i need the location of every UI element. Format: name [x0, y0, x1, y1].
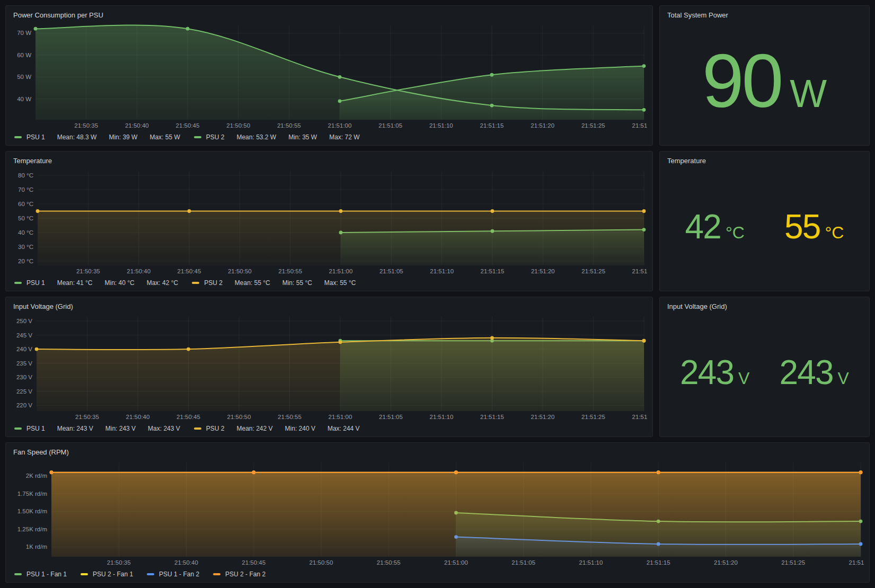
input-voltage-legend: PSU 1Mean: 243 VMin: 243 VMax: 243 VPSU … [11, 423, 647, 432]
legend-calc: Max: 55 W [149, 133, 180, 141]
input-voltage-stat: 243V243V [665, 312, 864, 432]
svg-text:21:51:20: 21:51:20 [531, 268, 555, 274]
legend-calc: Min: 39 W [109, 133, 137, 141]
svg-text:21:50:50: 21:50:50 [310, 559, 333, 566]
svg-text:21:50:35: 21:50:35 [76, 268, 100, 274]
svg-text:250 V: 250 V [16, 318, 32, 324]
legend-label: PSU 2 [206, 425, 225, 432]
svg-text:21:51:30: 21:51:30 [632, 414, 647, 420]
legend-calc: Mean: 48.3 W [57, 133, 97, 141]
legend-calc: Min: 240 V [285, 425, 315, 432]
stat-unit: V [738, 370, 749, 387]
svg-text:21:50:50: 21:50:50 [228, 268, 252, 274]
legend-label: PSU 1 - Fan 1 [26, 571, 67, 578]
stat: 42°C [685, 210, 745, 244]
svg-text:21:50:40: 21:50:40 [126, 414, 150, 420]
legend-calc: Mean: 41 °C [57, 279, 93, 287]
stat: 243V [680, 355, 749, 389]
legend-swatch [194, 136, 201, 138]
legend-swatch [14, 136, 22, 138]
svg-text:21:50:50: 21:50:50 [226, 122, 250, 129]
svg-text:225 V: 225 V [16, 388, 32, 395]
svg-text:21:50:40: 21:50:40 [174, 559, 198, 566]
legend-swatch [194, 427, 201, 430]
total-system-power-stat: 90W [665, 21, 864, 141]
panel-temperature-stat: Temperature 42°C55°C [659, 151, 870, 291]
svg-text:21:50:55: 21:50:55 [377, 559, 401, 566]
svg-text:220 V: 220 V [16, 402, 32, 408]
panel-title-power-consumption[interactable]: Power Consumption per PSU [11, 9, 647, 21]
legend-item-psu-1-fan-1[interactable]: PSU 1 - Fan 1 [14, 571, 67, 578]
svg-text:21:50:55: 21:50:55 [278, 414, 302, 420]
legend-calc: Mean: 55 °C [235, 279, 270, 287]
panel-fan-speed: Fan Speed (RPM) 1K rd/m1.25K rd/m1.50K r… [5, 442, 870, 583]
svg-text:60 °C: 60 °C [18, 201, 33, 207]
svg-text:1.50K rd/m: 1.50K rd/m [17, 508, 47, 514]
svg-text:21:50:40: 21:50:40 [127, 268, 151, 274]
svg-text:30 °C: 30 °C [18, 244, 33, 250]
panel-title-input-voltage-stat[interactable]: Input Voltage (Grid) [665, 300, 864, 312]
legend-item-psu-2[interactable]: PSU 2Mean: 55 °CMin: 55 °CMax: 55 °C [192, 279, 356, 287]
power-consumption-chart[interactable]: 40 W50 W60 W70 W21:50:3521:50:4021:50:45… [11, 21, 647, 131]
svg-text:21:50:45: 21:50:45 [176, 414, 200, 420]
panel-title-input-voltage[interactable]: Input Voltage (Grid) [11, 300, 647, 312]
svg-text:21:50:55: 21:50:55 [278, 268, 302, 274]
legend-calc: Max: 72 W [329, 133, 359, 141]
legend-item-psu-2[interactable]: PSU 2Mean: 242 VMin: 240 VMax: 244 V [194, 425, 360, 432]
svg-text:21:51:00: 21:51:00 [329, 268, 353, 274]
stat-unit: °C [825, 224, 844, 241]
svg-text:21:51:05: 21:51:05 [378, 122, 402, 129]
svg-text:21:51:10: 21:51:10 [429, 122, 453, 129]
stat: 243V [780, 355, 849, 389]
svg-text:21:51:10: 21:51:10 [579, 559, 603, 566]
panel-input-voltage-stat: Input Voltage (Grid) 243V243V [659, 297, 870, 437]
legend-item-psu-1[interactable]: PSU 1Mean: 48.3 WMin: 39 WMax: 55 W [14, 133, 180, 141]
fan-speed-legend: PSU 1 - Fan 1PSU 2 - Fan 1PSU 1 - Fan 2P… [11, 568, 864, 578]
svg-text:240 V: 240 V [16, 346, 32, 352]
panel-title-fan-speed[interactable]: Fan Speed (RPM) [11, 446, 864, 458]
panel-title-temperature-stat[interactable]: Temperature [665, 155, 864, 166]
svg-text:20 °C: 20 °C [18, 258, 33, 264]
legend-label: PSU 2 [206, 133, 225, 141]
legend-item-psu-2-fan-2[interactable]: PSU 2 - Fan 2 [213, 571, 266, 578]
legend-calc: Max: 42 °C [147, 279, 178, 287]
legend-label: PSU 2 - Fan 1 [93, 571, 133, 578]
svg-text:245 V: 245 V [16, 332, 32, 338]
svg-text:21:51:25: 21:51:25 [581, 414, 605, 420]
fan-speed-chart[interactable]: 1K rd/m1.25K rd/m1.50K rd/m1.75K rd/m2K … [11, 458, 864, 568]
legend-calc: Max: 55 °C [324, 279, 356, 287]
temperature-chart[interactable]: 20 °C30 °C40 °C50 °C60 °C70 °C80 °C21:50… [11, 166, 647, 277]
svg-text:21:51:25: 21:51:25 [581, 268, 605, 274]
svg-text:60 W: 60 W [17, 52, 31, 58]
legend-swatch [192, 282, 199, 284]
legend-calc: Min: 35 W [288, 133, 317, 141]
legend-calc: Max: 244 V [328, 425, 360, 432]
stat-value: 90 [702, 43, 781, 119]
panel-title-total-system-power[interactable]: Total System Power [665, 9, 864, 21]
svg-text:21:51:05: 21:51:05 [379, 414, 403, 420]
legend-label: PSU 2 [204, 279, 223, 287]
legend-item-psu-1[interactable]: PSU 1Mean: 243 VMin: 243 VMax: 243 V [14, 425, 180, 432]
svg-text:21:50:35: 21:50:35 [75, 414, 99, 420]
svg-text:21:51:25: 21:51:25 [781, 559, 805, 566]
stat-value: 42 [685, 210, 721, 244]
legend-item-psu-2[interactable]: PSU 2Mean: 53.2 WMin: 35 WMax: 72 W [194, 133, 360, 141]
svg-text:21:51:10: 21:51:10 [430, 268, 454, 274]
legend-swatch [81, 573, 88, 575]
legend-label: PSU 2 - Fan 2 [225, 571, 266, 578]
svg-text:21:50:55: 21:50:55 [277, 122, 301, 129]
temperature-stat: 42°C55°C [665, 166, 864, 287]
stat-unit: W [790, 74, 827, 113]
panel-temperature-chart: Temperature 20 °C30 °C40 °C50 °C60 °C70 … [5, 151, 653, 291]
svg-text:21:50:50: 21:50:50 [227, 414, 251, 420]
legend-item-psu-1-fan-2[interactable]: PSU 1 - Fan 2 [147, 571, 199, 578]
legend-label: PSU 1 [26, 133, 45, 141]
svg-text:21:50:45: 21:50:45 [242, 559, 266, 566]
svg-text:21:51:00: 21:51:00 [329, 414, 352, 420]
panel-title-temperature[interactable]: Temperature [11, 155, 647, 166]
legend-item-psu-2-fan-1[interactable]: PSU 2 - Fan 1 [81, 571, 133, 578]
legend-item-psu-1[interactable]: PSU 1Mean: 41 °CMin: 40 °CMax: 42 °C [14, 279, 178, 287]
panel-input-voltage-chart: Input Voltage (Grid) 220 V225 V230 V235 … [5, 297, 653, 437]
input-voltage-chart[interactable]: 220 V225 V230 V235 V240 V245 V250 V21:50… [11, 312, 647, 423]
svg-text:1K rd/m: 1K rd/m [26, 544, 47, 550]
